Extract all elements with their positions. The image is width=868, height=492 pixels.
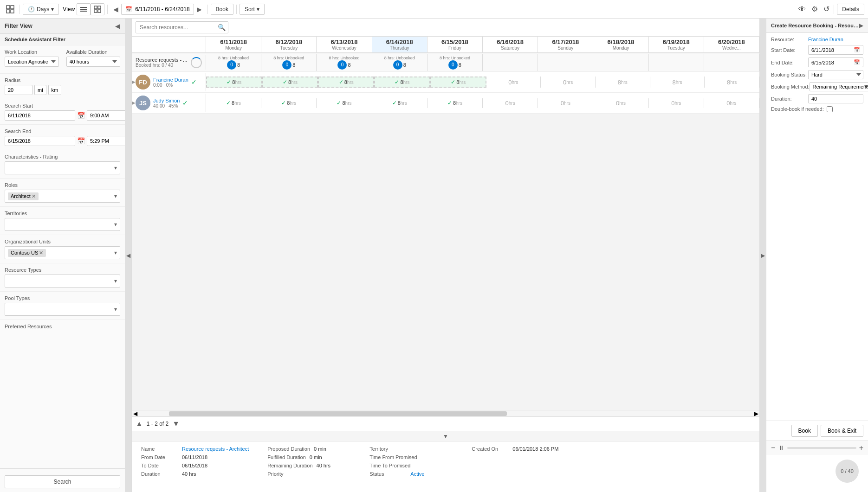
person-avatar-0: FD	[136, 75, 150, 89]
timeline-minus-btn[interactable]: −	[771, 444, 775, 452]
date-header-0: 6/11/2018Monday	[206, 37, 261, 52]
territories-input[interactable]: ▾	[5, 218, 120, 231]
grid-icon[interactable]	[4, 3, 17, 16]
book-exit-btn[interactable]: Book & Exit	[821, 425, 863, 437]
hrs-zero: 0	[726, 100, 730, 107]
bottom-collapse-btn[interactable]: ▼	[443, 433, 448, 440]
progress-area: 0 / 40	[766, 455, 868, 492]
nav-prev-btn[interactable]: ◀	[110, 5, 121, 14]
resource-types-arrow: ▾	[114, 278, 117, 284]
hrs-label-check: hrs	[401, 101, 407, 106]
search-start-label: Search Start	[5, 103, 120, 109]
req-cell-5	[483, 54, 538, 71]
start-date-input[interactable]: 6/11/2018 📅	[808, 45, 863, 55]
filter-header: Filter View ◀	[0, 19, 125, 34]
expand-right-icon[interactable]: ▶	[760, 19, 766, 492]
search-start-time[interactable]	[87, 110, 125, 121]
search-btn[interactable]: Search	[5, 475, 120, 488]
end-date-input[interactable]: 6/15/2018 📅	[808, 58, 863, 67]
info-name-link[interactable]: Resource requests - Architect	[182, 446, 249, 452]
timeline-plus-btn[interactable]: +	[859, 444, 863, 452]
page-next-btn[interactable]: ▼	[172, 420, 180, 428]
left-collapse-btn[interactable]: ◀	[125, 19, 132, 492]
resource-row-0: ▶ FD Francine Duran 0:00 0% ✓ ✓8hrs✓8hrs…	[132, 72, 759, 93]
booking-method-select[interactable]: Remaining Requirement	[810, 82, 868, 91]
search-end-time[interactable]	[87, 136, 125, 146]
gear-btn[interactable]: ⚙	[810, 3, 819, 15]
hrs-zero: 0	[508, 79, 512, 86]
grid-view-btn[interactable]	[91, 3, 104, 15]
scroll-right-arrow[interactable]: ▶	[753, 410, 759, 417]
search-start-date[interactable]	[5, 110, 75, 121]
radius-mi-btn[interactable]: mi	[34, 85, 46, 95]
roles-tag-remove[interactable]: ✕	[32, 193, 36, 199]
hrs-zero: 0	[563, 79, 566, 86]
details-btn[interactable]: Details	[837, 4, 864, 15]
hrs-other-label: hrs	[730, 80, 737, 85]
sort-chevron-icon: ▾	[257, 6, 259, 13]
radius-input[interactable]	[5, 85, 32, 95]
refresh-btn[interactable]: ↺	[822, 3, 831, 15]
filter-collapse-btn[interactable]: ◀	[115, 22, 120, 30]
pool-types-input[interactable]: ▾	[5, 303, 120, 316]
book-btn-toolbar[interactable]: Book	[211, 4, 233, 15]
form-start-row: Start Date: 6/11/2018 📅	[771, 45, 863, 55]
expand-row-icon[interactable]: ▶	[132, 79, 136, 84]
expand-left-icon[interactable]: ◀	[125, 19, 131, 492]
booking-status-select[interactable]: Hard	[808, 70, 863, 79]
timeline-pause-btn[interactable]: ⏸	[778, 444, 784, 452]
page-prev-btn[interactable]: ▲	[136, 420, 143, 428]
status-active[interactable]: Active	[410, 471, 424, 477]
list-view-btn[interactable]	[77, 3, 91, 15]
roles-input[interactable]: Architect ✕ ▾	[5, 190, 120, 203]
filter-footer: Search	[0, 468, 125, 492]
person-name-1[interactable]: Judy Simon	[153, 98, 180, 103]
svg-rect-9	[94, 10, 97, 13]
search-end-date[interactable]	[5, 136, 75, 146]
date-range-btn[interactable]: 📅 6/11/2018 - 6/24/2018	[121, 4, 194, 15]
search-bar: 🔍	[132, 19, 759, 37]
separator3	[207, 5, 208, 14]
person-cell-0-5: 0hrs	[486, 77, 541, 88]
person-cell-0-3: ✓8hrs	[374, 77, 430, 88]
person-name-0[interactable]: Francine Duran	[153, 77, 188, 83]
date-header-3: 6/14/2018Thursday	[372, 37, 428, 52]
hrs-label-check: hrs	[345, 101, 352, 106]
characteristics-input[interactable]: ▾	[5, 161, 120, 174]
avail-duration-select[interactable]: 40 hours	[66, 57, 121, 67]
roles-section: Roles Architect ✕ ▾	[0, 179, 125, 207]
work-location-select[interactable]: Location Agnostic	[5, 57, 59, 67]
search-input[interactable]	[136, 21, 228, 33]
svg-rect-0	[6, 6, 10, 9]
sort-btn[interactable]: Sort ▾	[240, 4, 265, 15]
check-circle-icon: ✓	[395, 79, 399, 85]
expand-row-icon[interactable]: ▶	[132, 100, 136, 105]
days-dropdown[interactable]: 🕐 Days ▾	[23, 4, 59, 15]
nav-next-btn[interactable]: ▶	[194, 5, 205, 14]
eye-btn[interactable]: 👁	[797, 4, 807, 15]
req-cell-2: 8 hrs: Unbooked 0 8	[317, 54, 372, 71]
booking-expand-btn[interactable]: ▶	[859, 22, 863, 29]
doublebook-checkbox[interactable]	[827, 106, 833, 112]
h-scrollbar[interactable]: ◀ ▶	[132, 410, 759, 416]
start-cal-icon[interactable]: 📅	[77, 112, 85, 119]
duration-input[interactable]	[811, 96, 860, 102]
org-tag-remove[interactable]: ✕	[39, 250, 43, 256]
scroll-left-arrow[interactable]: ◀	[132, 410, 138, 417]
right-collapse-btn[interactable]: ▶	[759, 19, 766, 492]
end-cal-icon[interactable]: 📅	[77, 137, 85, 145]
hrs-other-label: hrs	[621, 80, 628, 85]
start-cal-icon: 📅	[854, 47, 860, 53]
hrs-avail: ✓8	[227, 79, 235, 85]
resource-types-label: Resource Types	[5, 267, 120, 273]
book-submit-btn[interactable]: Book	[791, 425, 818, 437]
radius-km-btn[interactable]: km	[48, 85, 62, 95]
hrs-other: 8	[672, 79, 675, 86]
scroll-track[interactable]	[138, 411, 753, 416]
timeline-track[interactable]	[787, 447, 856, 449]
person-cell-1-8: 0hrs	[649, 98, 704, 108]
resource-types-input[interactable]: ▾	[5, 275, 120, 288]
hrs-label-check: hrs	[456, 101, 462, 106]
req-cell-7	[593, 54, 648, 71]
org-units-input[interactable]: Contoso US ✕ ▾	[5, 246, 120, 259]
